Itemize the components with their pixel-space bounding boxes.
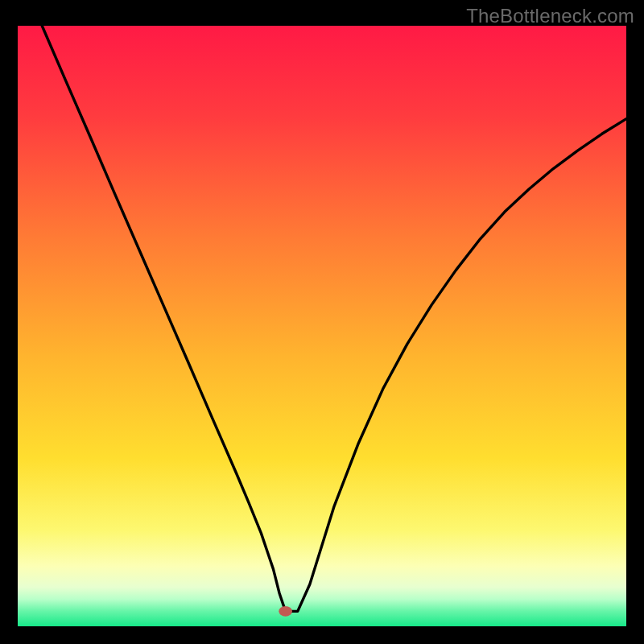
watermark-label: TheBottleneck.com <box>466 5 634 27</box>
plot-frame <box>18 26 626 626</box>
chart-container: TheBottleneck.com <box>0 0 644 644</box>
marker-point-icon <box>279 606 292 617</box>
bottleneck-curve <box>18 26 626 626</box>
